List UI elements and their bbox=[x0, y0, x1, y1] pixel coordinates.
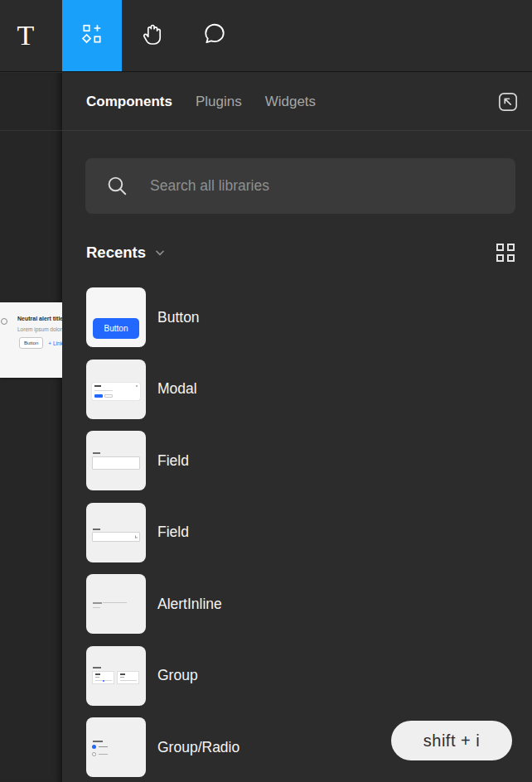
alert-status-icon bbox=[1, 318, 7, 325]
item-label: Group bbox=[157, 667, 198, 684]
recents-dropdown[interactable]: Recents bbox=[86, 244, 166, 262]
assets-panel: Components Plugins Widgets Recents bbox=[62, 73, 532, 782]
shortcut-hint: shift + i bbox=[391, 721, 512, 760]
recents-header: Recents bbox=[62, 242, 532, 263]
mini-field-label bbox=[93, 452, 100, 454]
thumbnail-group-radio bbox=[86, 717, 146, 777]
alert-button[interactable]: Button bbox=[19, 337, 43, 349]
mini-field-input bbox=[92, 532, 140, 542]
list-item-button[interactable]: Button Button bbox=[62, 287, 532, 347]
panel-tabbar: Components Plugins Widgets bbox=[62, 73, 532, 131]
search-input[interactable] bbox=[150, 177, 515, 195]
item-label: Field bbox=[157, 452, 189, 470]
canvas-alert-card[interactable]: Neutral alert title Lorem ipsum dolor am… bbox=[0, 302, 62, 378]
thumbnail-alertinline bbox=[86, 574, 146, 634]
mini-modal-preview bbox=[92, 383, 140, 400]
canvas-frame-edge bbox=[0, 130, 62, 131]
tab-plugins[interactable]: Plugins bbox=[196, 94, 242, 110]
list-item-modal[interactable]: Modal bbox=[62, 360, 532, 419]
thumbnail-field bbox=[86, 431, 146, 490]
mini-field-input bbox=[92, 456, 140, 470]
text-tool-icon: T bbox=[17, 22, 35, 50]
item-label: Modal bbox=[157, 380, 197, 398]
hand-tool-button[interactable] bbox=[128, 0, 180, 71]
detach-panel-button[interactable] bbox=[495, 89, 521, 115]
thumbnail-modal bbox=[86, 360, 146, 419]
radio-selected-icon bbox=[92, 745, 96, 749]
detach-arrow-icon bbox=[496, 89, 520, 114]
toolbar: T bbox=[0, 0, 532, 72]
item-label: Group/Radio bbox=[157, 739, 239, 756]
list-item-field-2[interactable]: Field bbox=[62, 503, 532, 562]
alert-link[interactable]: + Link text bbox=[48, 340, 62, 346]
recents-title: Recents bbox=[86, 244, 146, 262]
search-bar[interactable] bbox=[85, 158, 515, 214]
component-list: Button Button Modal Field bbox=[62, 287, 532, 777]
item-label: AlertInline bbox=[157, 596, 222, 613]
components-tool-button[interactable] bbox=[62, 0, 122, 71]
tab-widgets[interactable]: Widgets bbox=[265, 94, 316, 110]
item-label: Field bbox=[157, 524, 189, 541]
chevron-down-icon bbox=[154, 247, 166, 258]
grid-view-toggle[interactable] bbox=[496, 244, 515, 262]
alert-actions: Button + Link text bbox=[19, 337, 62, 349]
comment-icon bbox=[202, 22, 227, 50]
alert-description: Lorem ipsum dolor amet conse bbox=[17, 326, 62, 332]
thumbnail-group bbox=[86, 646, 146, 706]
alert-title: Neutral alert title bbox=[17, 316, 62, 321]
list-item-group[interactable]: Group bbox=[62, 646, 532, 706]
comment-tool-button[interactable] bbox=[189, 0, 240, 71]
text-tool-button[interactable]: T bbox=[0, 0, 51, 71]
tab-components[interactable]: Components bbox=[86, 94, 172, 110]
thumbnail-button: Button bbox=[86, 287, 146, 347]
item-label: Button bbox=[157, 309, 200, 326]
hand-icon bbox=[141, 21, 167, 51]
canvas-viewport[interactable]: Neutral alert title Lorem ipsum dolor am… bbox=[0, 73, 62, 782]
search-icon bbox=[106, 175, 128, 197]
list-item-alertinline[interactable]: AlertInline bbox=[62, 574, 532, 634]
components-icon bbox=[80, 22, 104, 49]
mini-field-label bbox=[93, 529, 100, 530]
radio-unselected-icon bbox=[92, 752, 96, 756]
mini-button-preview: Button bbox=[93, 318, 139, 339]
thumbnail-field-2 bbox=[86, 503, 146, 562]
list-item-field[interactable]: Field bbox=[62, 431, 532, 490]
